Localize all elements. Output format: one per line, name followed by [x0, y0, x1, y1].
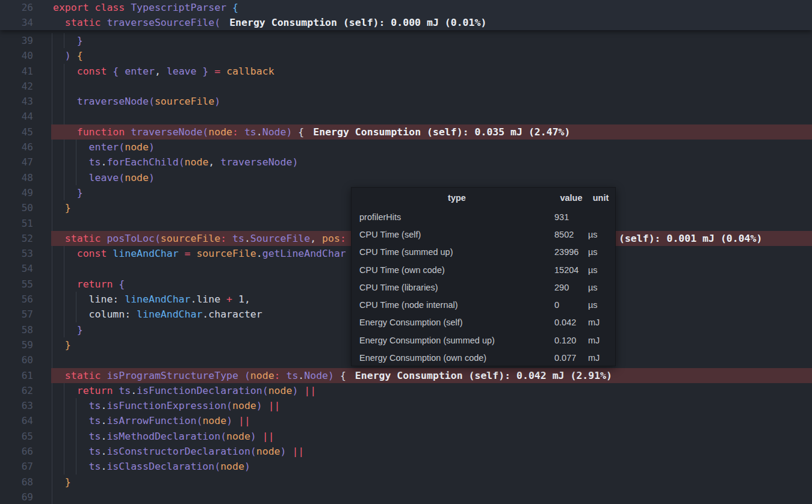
tooltip-header-unit: unit [588, 193, 613, 203]
code-token: line: [53, 293, 125, 305]
code-token: || [286, 446, 304, 457]
code-token: function [53, 126, 131, 138]
line-number[interactable]: 41 [0, 64, 33, 79]
code-token: ( [226, 400, 232, 411]
code-token: .line [191, 293, 227, 305]
code-token: lineAndChar [137, 309, 202, 320]
code-token: ts [280, 370, 299, 381]
sticky-scroll-header[interactable]: 26export class TypescriptParser {34 stat… [0, 0, 812, 30]
code-line-41[interactable]: 41 const { enter, leave } = callback [0, 64, 812, 79]
code-token: ) [214, 96, 220, 107]
code-line-69[interactable]: 69 [0, 490, 812, 504]
line-number[interactable]: 69 [0, 490, 33, 504]
line-number[interactable]: 49 [0, 185, 33, 200]
line-number[interactable]: 58 [0, 322, 33, 337]
line-number[interactable]: 59 [0, 337, 33, 352]
line-number[interactable]: 34 [0, 15, 33, 30]
line-number[interactable]: 63 [0, 398, 33, 413]
line-number[interactable]: 60 [0, 352, 33, 367]
line-number[interactable]: 26 [0, 0, 33, 15]
code-token: export class [53, 2, 131, 13]
line-number[interactable]: 61 [0, 368, 33, 383]
line-number[interactable]: 42 [0, 79, 33, 94]
code-text: } [53, 475, 71, 490]
code-token: sourceFile [196, 248, 256, 259]
line-number[interactable]: 50 [0, 200, 33, 215]
tooltip-cell-unit: µs [588, 283, 613, 292]
line-number[interactable]: 62 [0, 383, 33, 398]
code-token: . [101, 400, 107, 411]
code-token: ( [119, 172, 125, 183]
code-text: ts.isMethodDeclaration(node) || [53, 429, 274, 444]
code-line-43[interactable]: 43 traverseNode(sourceFile) [0, 94, 812, 109]
code-text: function traverseNode(node: ts.Node) {En… [53, 124, 570, 140]
code-token: leave [167, 66, 197, 77]
line-number[interactable]: 48 [0, 170, 33, 185]
line-number[interactable]: 46 [0, 140, 33, 155]
code-line-39[interactable]: 39 } [0, 33, 812, 48]
tooltip-row: CPU Time (node internal)0µs [352, 296, 615, 313]
code-token: node [226, 431, 250, 442]
code-line-47[interactable]: 47 ts.forEachChild(node, traverseNode) [0, 155, 812, 170]
code-line-46[interactable]: 46 enter(node) [0, 140, 812, 155]
code-editor[interactable]: 39 }40 ) {41 const { enter, leave } = ca… [0, 0, 812, 504]
code-line-65[interactable]: 65 ts.isMethodDeclaration(node) || [0, 429, 812, 444]
code-token: node [250, 370, 274, 381]
line-number[interactable]: 52 [0, 231, 33, 246]
tooltip-cell-type: CPU Time (node internal) [359, 300, 554, 310]
tooltip-cell-value: 23996 [554, 247, 588, 257]
line-number[interactable]: 64 [0, 413, 33, 428]
code-line-26[interactable]: 26export class TypescriptParser { [0, 0, 812, 15]
line-number[interactable]: 65 [0, 429, 33, 444]
indent-guide [52, 307, 52, 322]
code-line-63[interactable]: 63 ts.isFunctionExpression(node) || [0, 398, 812, 413]
code-line-42[interactable]: 42 [0, 79, 812, 94]
line-number[interactable]: 45 [0, 124, 33, 140]
tooltip-cell-type: CPU Time (summed up) [359, 247, 554, 257]
code-token: } [196, 66, 214, 77]
line-number[interactable]: 39 [0, 33, 33, 48]
code-text: ts.isClassDeclaration(node) [53, 459, 250, 474]
code-line-62[interactable]: 62 return ts.isFunctionDeclaration(node)… [0, 383, 812, 398]
code-line-61[interactable]: 61 static isProgramStructureType (node: … [0, 368, 812, 383]
line-number[interactable]: 51 [0, 216, 33, 231]
indent-guide [52, 383, 52, 398]
line-number[interactable]: 47 [0, 155, 33, 170]
tooltip-row: CPU Time (own code)15204µs [352, 261, 615, 278]
tooltip-row: Energy Consumption (self)0.042mJ [352, 314, 615, 331]
code-line-66[interactable]: 66 ts.isConstructorDeclaration(node) || [0, 444, 812, 459]
code-token: } [53, 324, 83, 336]
code-token: isConstructorDeclaration [107, 446, 250, 457]
code-token: . [101, 415, 107, 426]
code-token: Node [262, 126, 287, 138]
code-line-64[interactable]: 64 ts.isArrowFunction(node) || [0, 413, 812, 428]
line-number[interactable]: 66 [0, 444, 33, 459]
code-line-34[interactable]: 34 static traverseSourceFile(Energy Cons… [0, 15, 812, 30]
code-token: callback [226, 66, 274, 77]
line-number[interactable]: 53 [0, 246, 33, 261]
line-number[interactable]: 56 [0, 292, 33, 307]
indent-guide [52, 94, 52, 109]
line-number[interactable]: 67 [0, 459, 33, 474]
code-text: return ts.isFunctionDeclaration(node) || [53, 383, 316, 398]
code-line-40[interactable]: 40 ) { [0, 48, 812, 63]
line-number[interactable]: 44 [0, 109, 33, 124]
line-number[interactable]: 40 [0, 48, 33, 63]
tooltip-row: CPU Time (self)8502µs [352, 226, 615, 243]
line-number[interactable]: 57 [0, 307, 33, 322]
code-line-48[interactable]: 48 leave(node) [0, 170, 812, 185]
code-line-44[interactable]: 44 [0, 109, 812, 124]
code-token: { [334, 370, 346, 381]
code-token: . [131, 385, 137, 396]
code-line-45[interactable]: 45 function traverseNode(node: ts.Node) … [0, 124, 812, 140]
line-number[interactable]: 43 [0, 94, 33, 109]
code-token: column: [53, 309, 137, 320]
tooltip-cell-value: 0.042 [554, 318, 588, 327]
code-token: || [298, 385, 316, 396]
tooltip-cell-value: 8502 [554, 230, 588, 239]
line-number[interactable]: 54 [0, 261, 33, 276]
line-number[interactable]: 68 [0, 475, 33, 490]
code-line-68[interactable]: 68 } [0, 475, 812, 490]
code-line-67[interactable]: 67 ts.isClassDeclaration(node) [0, 459, 812, 474]
line-number[interactable]: 55 [0, 277, 33, 292]
